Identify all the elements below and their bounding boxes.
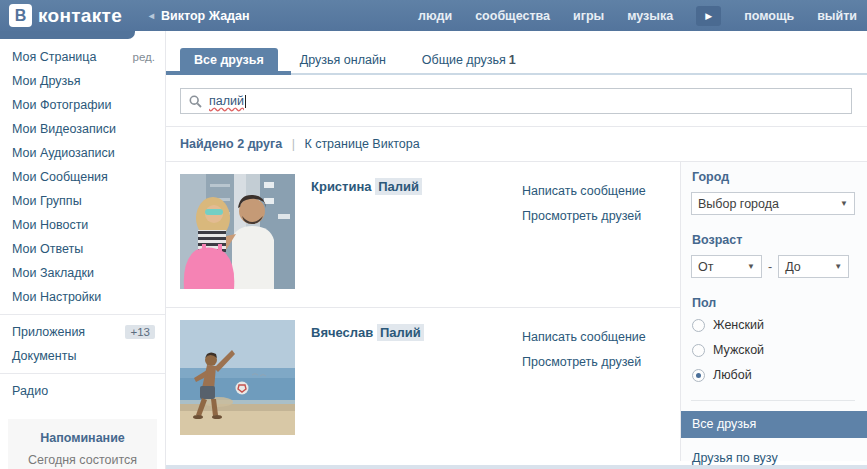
filters-divider bbox=[691, 400, 855, 401]
friend-row: Вячеслав Палий Написать сообщение Просмо… bbox=[166, 307, 680, 453]
sidebar-item-photos[interactable]: Мои Фотографии bbox=[0, 93, 165, 117]
city-filter-title: Город bbox=[692, 170, 855, 184]
topbar-nav: люди сообщества игры музыка ▶ помощь вый… bbox=[418, 6, 857, 26]
sidebar-item-label: Мои Аудиозаписи bbox=[12, 146, 115, 160]
filter-menu-all-friends[interactable]: Все друзья bbox=[681, 411, 867, 438]
text-caret bbox=[245, 95, 246, 108]
gender-option-female[interactable]: Женский bbox=[692, 318, 855, 332]
matched-last-name: Палий bbox=[375, 178, 422, 195]
current-profile-link[interactable]: ◂ Виктор Жадан bbox=[149, 9, 250, 23]
tab-all-friends[interactable]: Все друзья bbox=[180, 48, 278, 73]
play-arrow-icon: ▶ bbox=[705, 11, 712, 21]
nav-music[interactable]: музыка bbox=[627, 9, 673, 23]
back-arrow-icon: ◂ bbox=[149, 10, 154, 21]
sidebar-item-radio[interactable]: Радио bbox=[0, 379, 165, 403]
nav-logout[interactable]: выйти bbox=[817, 9, 857, 23]
radio-label: Женский bbox=[713, 318, 764, 332]
gender-option-any[interactable]: Любой bbox=[692, 368, 855, 382]
age-to-select[interactable]: До ▼ bbox=[778, 255, 849, 278]
filter-menu-friends-by-university[interactable]: Друзья по вузу bbox=[692, 451, 855, 465]
sidebar-item-label: Мои Фотографии bbox=[12, 98, 111, 112]
nav-games[interactable]: игры bbox=[573, 9, 604, 23]
age-to-value: До bbox=[785, 260, 801, 274]
sidebar-item-news[interactable]: Мои Новости bbox=[0, 213, 165, 237]
back-to-profile-link[interactable]: К странице Виктора bbox=[304, 137, 419, 151]
sidebar-item-replies[interactable]: Мои Ответы bbox=[0, 237, 165, 261]
sidebar-item-label: Мои Ответы bbox=[12, 242, 83, 256]
city-select[interactable]: Выбор города ▼ bbox=[691, 192, 855, 215]
sidebar-divider bbox=[0, 314, 165, 315]
nav-people[interactable]: люди bbox=[418, 9, 452, 23]
friends-search-input[interactable]: палий bbox=[180, 88, 852, 114]
gender-option-male[interactable]: Мужской bbox=[692, 343, 855, 357]
city-filter: Город Выбор города ▼ bbox=[691, 170, 855, 215]
radio-icon bbox=[692, 319, 705, 332]
radio-label: Мужской bbox=[713, 343, 764, 357]
vk-logo-icon: В bbox=[9, 4, 32, 27]
view-friends-link[interactable]: Просмотреть друзей bbox=[522, 350, 680, 375]
edit-page-link[interactable]: ред. bbox=[133, 51, 155, 63]
common-friends-count: 1 bbox=[509, 53, 516, 67]
sidebar-item-messages[interactable]: Мои Сообщения bbox=[0, 165, 165, 189]
friend-info: Вячеслав Палий bbox=[311, 320, 522, 435]
sidebar-item-label: Документы bbox=[12, 349, 76, 363]
send-message-link[interactable]: Написать сообщение bbox=[522, 325, 680, 350]
vk-logo-text: контакте bbox=[38, 5, 122, 27]
active-tab-underline bbox=[166, 71, 291, 75]
sidebar-item-settings[interactable]: Мои Настройки bbox=[0, 285, 165, 309]
search-row: палий bbox=[166, 75, 867, 126]
friend-photo-image bbox=[180, 174, 295, 289]
sidebar-item-friends[interactable]: Мои Друзья bbox=[0, 69, 165, 93]
city-select-value: Выбор города bbox=[698, 197, 779, 211]
friend-photo-kristina[interactable] bbox=[180, 174, 295, 289]
chevron-down-icon: ▼ bbox=[747, 262, 755, 271]
friend-photo-vyacheslav[interactable] bbox=[180, 320, 295, 435]
sidebar-item-groups[interactable]: Мои Группы bbox=[0, 189, 165, 213]
found-count-text: Найдено 2 друга bbox=[180, 137, 282, 151]
sidebar-item-videos[interactable]: Мои Видеозаписи bbox=[0, 117, 165, 141]
results-summary-row: Найдено 2 друга | К странице Виктора bbox=[166, 126, 867, 161]
top-navigation-bar: В контакте ◂ Виктор Жадан люди сообществ… bbox=[0, 0, 867, 31]
tab-online-friends[interactable]: Друзья онлайн bbox=[286, 48, 400, 73]
separator: | bbox=[292, 137, 295, 151]
sidebar-item-label: Мои Закладки bbox=[12, 266, 94, 280]
sidebar-item-bookmarks[interactable]: Мои Закладки bbox=[0, 261, 165, 285]
nav-more-button[interactable]: ▶ bbox=[696, 6, 721, 26]
radio-icon bbox=[692, 369, 705, 382]
sidebar-item-documents[interactable]: Документы bbox=[0, 344, 165, 368]
friend-name-link[interactable]: Кристина Палий bbox=[311, 178, 422, 195]
sidebar-item-audio[interactable]: Мои Аудиозаписи bbox=[0, 141, 165, 165]
send-message-link[interactable]: Написать сообщение bbox=[522, 179, 680, 204]
sidebar-item-my-page[interactable]: Моя Страница ред. bbox=[0, 45, 165, 69]
friend-row: Кристина Палий Написать сообщение Просмо… bbox=[166, 162, 680, 307]
footer-strip bbox=[166, 465, 867, 469]
friend-name-link[interactable]: Вячеслав Палий bbox=[311, 324, 424, 341]
gender-filter: Пол Женский Мужской Любой bbox=[691, 296, 855, 382]
reminder-plain-text: Сегодня состоится встреча bbox=[28, 453, 137, 469]
tab-common-friends[interactable]: Общие друзья1 bbox=[408, 48, 530, 73]
header-left-cap bbox=[0, 31, 135, 39]
view-friends-link[interactable]: Просмотреть друзей bbox=[522, 204, 680, 229]
sidebar-item-label: Мои Новости bbox=[12, 218, 88, 232]
friend-actions: Написать сообщение Просмотреть друзей bbox=[522, 320, 680, 435]
chevron-down-icon: ▼ bbox=[834, 262, 842, 271]
main-content: Все друзья Друзья онлайн Общие друзья1 п… bbox=[166, 31, 867, 469]
sidebar-item-apps[interactable]: Приложения +13 bbox=[0, 320, 165, 344]
left-sidebar: Моя Страница ред. Мои Друзья Мои Фотогра… bbox=[0, 39, 165, 469]
results-area: Кристина Палий Написать сообщение Просмо… bbox=[166, 161, 867, 461]
gender-filter-title: Пол bbox=[692, 296, 855, 310]
topbar-user-name: Виктор Жадан bbox=[161, 9, 250, 23]
sidebar-divider bbox=[0, 373, 165, 374]
sidebar-item-label: Приложения bbox=[12, 325, 85, 339]
friend-list: Кристина Палий Написать сообщение Просмо… bbox=[166, 162, 680, 461]
sidebar-item-label: Мои Настройки bbox=[12, 290, 101, 304]
nav-communities[interactable]: сообщества bbox=[475, 9, 550, 23]
vk-logo[interactable]: В контакте bbox=[9, 4, 149, 27]
friend-first-name: Кристина bbox=[311, 179, 372, 194]
age-from-select[interactable]: От ▼ bbox=[691, 255, 762, 278]
age-from-value: От bbox=[698, 260, 713, 274]
apps-count-badge: +13 bbox=[125, 325, 155, 339]
nav-help[interactable]: помощь bbox=[744, 9, 794, 23]
matched-last-name: Палий bbox=[377, 324, 424, 341]
reminder-title: Напоминание bbox=[18, 431, 147, 445]
